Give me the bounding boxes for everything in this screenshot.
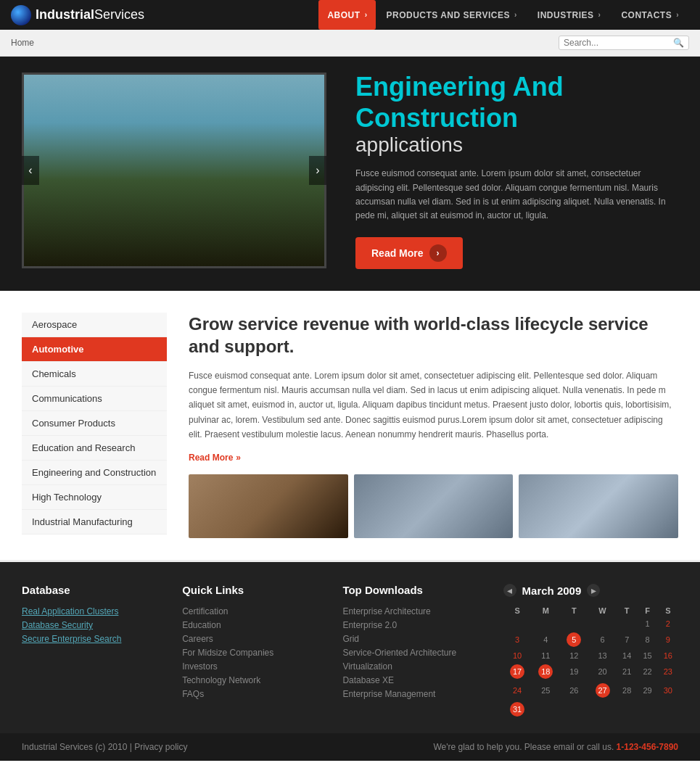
footer-dl-enterprise-mgmt[interactable]: Enterprise Management — [342, 689, 488, 699]
chevron-icon: › — [598, 11, 601, 19]
cal-highlight-17[interactable]: 17 — [510, 664, 524, 679]
nav-about[interactable]: ABOUT › — [318, 0, 376, 30]
nav-contacts[interactable]: CONTACTS › — [611, 0, 689, 30]
cal-day[interactable]: 17 — [503, 662, 532, 681]
cal-th-s: S — [503, 604, 532, 617]
content-read-more-link[interactable]: Read More » — [189, 453, 241, 463]
cal-day[interactable]: 13 — [588, 649, 617, 662]
chevron-icon: › — [365, 11, 368, 19]
sidebar-item-consumer-products[interactable]: Consumer Products — [22, 411, 167, 436]
arrow-icon: » — [236, 453, 241, 463]
cal-day[interactable]: 28 — [617, 681, 637, 700]
footer-link-database-security[interactable]: Database Security — [22, 620, 168, 630]
cal-day[interactable]: 16 — [658, 649, 678, 662]
footer-downloads-col: Top Downloads Enterprise Architecture En… — [342, 584, 488, 719]
footer-calendar-col: ◂ March 2009 ▸ S M T W T F S — [503, 584, 678, 719]
cal-day[interactable]: 3 — [503, 630, 532, 649]
cal-day[interactable] — [637, 700, 657, 719]
cal-day[interactable]: 18 — [532, 662, 560, 681]
footer-quicklink-careers[interactable]: Careers — [182, 634, 328, 644]
cal-day[interactable] — [658, 700, 678, 719]
footer-dl-databasexe[interactable]: Database XE — [342, 675, 488, 685]
cal-day[interactable]: 5 — [560, 630, 588, 649]
cal-day[interactable] — [503, 617, 532, 630]
cal-highlight-18[interactable]: 18 — [538, 664, 553, 679]
footer-dl-enterprise-arch[interactable]: Enterprise Architecture — [342, 606, 488, 616]
cal-today[interactable]: 5 — [567, 632, 581, 647]
sidebar-item-education[interactable]: Education and Research — [22, 436, 167, 461]
cal-day[interactable]: 12 — [560, 649, 588, 662]
cal-day[interactable]: 15 — [637, 649, 657, 662]
cal-day[interactable]: 31 — [503, 700, 532, 719]
cal-day[interactable]: 4 — [532, 630, 560, 649]
logo-globe-icon — [11, 5, 31, 25]
calendar-prev-button[interactable]: ◂ — [503, 584, 516, 597]
sidebar-item-high-tech[interactable]: High Technology — [22, 485, 167, 510]
cal-day[interactable]: 24 — [503, 681, 532, 700]
slider-prev-button[interactable]: ‹ — [22, 156, 39, 185]
cal-day[interactable] — [617, 700, 637, 719]
search-input[interactable] — [564, 38, 673, 48]
cal-th-s2: S — [658, 604, 678, 617]
cal-day[interactable]: 7 — [617, 630, 637, 649]
cal-highlight-31[interactable]: 31 — [510, 702, 524, 717]
cal-highlight-27[interactable]: 27 — [596, 683, 610, 698]
slider-next-button[interactable]: › — [309, 156, 326, 185]
cal-day[interactable]: 22 — [637, 662, 657, 681]
cal-day[interactable]: 26 — [560, 681, 588, 700]
logo[interactable]: IndustrialServices — [11, 5, 144, 25]
sidebar-item-aerospace[interactable]: Aerospace — [22, 313, 167, 337]
breadcrumb-home[interactable]: Home — [11, 38, 34, 48]
cal-day[interactable]: 9 — [658, 630, 678, 649]
cal-day[interactable]: 29 — [637, 681, 657, 700]
cal-th-w: W — [588, 604, 617, 617]
cal-day[interactable]: 1 — [637, 617, 657, 630]
cal-day[interactable]: 8 — [637, 630, 657, 649]
footer-columns: Database Real Application Clusters Datab… — [22, 584, 678, 719]
main-nav: ABOUT › PRODUCTS AND SERVICES › INDUSTRI… — [318, 0, 689, 30]
footer-dl-grid[interactable]: Grid — [342, 634, 488, 644]
cal-day[interactable] — [617, 617, 637, 630]
cal-day[interactable] — [588, 700, 617, 719]
cal-day[interactable] — [532, 700, 560, 719]
hero-read-more-button[interactable]: Read More › — [355, 237, 463, 269]
sidebar-item-automotive[interactable]: Automotive — [22, 337, 167, 362]
calendar-next-button[interactable]: ▸ — [587, 584, 600, 597]
cal-day[interactable]: 10 — [503, 649, 532, 662]
cal-day[interactable]: 2 — [658, 617, 678, 630]
nav-industries[interactable]: INDUSTRIES › — [527, 0, 612, 30]
footer-quicklink-technetwork[interactable]: Technology Network — [182, 675, 328, 685]
footer-contact-text: We're glad to help you. Please email or … — [433, 742, 614, 752]
footer-quicklink-certification[interactable]: Certification — [182, 606, 328, 616]
footer-link-real-application[interactable]: Real Application Clusters — [22, 606, 168, 616]
cal-day[interactable]: 23 — [658, 662, 678, 681]
footer-link-enterprise-search[interactable]: Secure Enterprise Search — [22, 634, 168, 644]
cal-day[interactable]: 21 — [617, 662, 637, 681]
cal-day[interactable]: 11 — [532, 649, 560, 662]
footer-dl-enterprise2[interactable]: Enterprise 2.0 — [342, 620, 488, 630]
footer-quicklink-education[interactable]: Education — [182, 620, 328, 630]
footer-quicklink-investors[interactable]: Investors — [182, 661, 328, 672]
sidebar-item-communications[interactable]: Communications — [22, 387, 167, 411]
cal-day[interactable]: 20 — [588, 662, 617, 681]
sidebar-item-industrial[interactable]: Industrial Manufacturing — [22, 510, 167, 534]
nav-products[interactable]: PRODUCTS AND SERVICES › — [376, 0, 527, 30]
cal-day[interactable] — [532, 617, 560, 630]
cal-day[interactable] — [588, 617, 617, 630]
cal-day[interactable] — [560, 700, 588, 719]
footer-dl-soa[interactable]: Service-Oriented Architecture — [342, 648, 488, 658]
footer-quicklink-midsize[interactable]: For Midsize Companies — [182, 648, 328, 658]
cal-day[interactable]: 14 — [617, 649, 637, 662]
footer-quicklink-faqs[interactable]: FAQs — [182, 689, 328, 699]
cal-day[interactable] — [560, 617, 588, 630]
sidebar-item-chemicals[interactable]: Chemicals — [22, 362, 167, 387]
footer-dl-virtualization[interactable]: Virtualization — [342, 661, 488, 672]
sidebar-item-engineering[interactable]: Engineering and Construction — [22, 461, 167, 485]
cal-day[interactable]: 6 — [588, 630, 617, 649]
search-icon[interactable]: 🔍 — [673, 38, 684, 48]
cal-day[interactable]: 25 — [532, 681, 560, 700]
cal-day[interactable]: 27 — [588, 681, 617, 700]
cal-day[interactable]: 30 — [658, 681, 678, 700]
cal-day[interactable]: 19 — [560, 662, 588, 681]
search-box[interactable]: 🔍 — [559, 36, 689, 50]
